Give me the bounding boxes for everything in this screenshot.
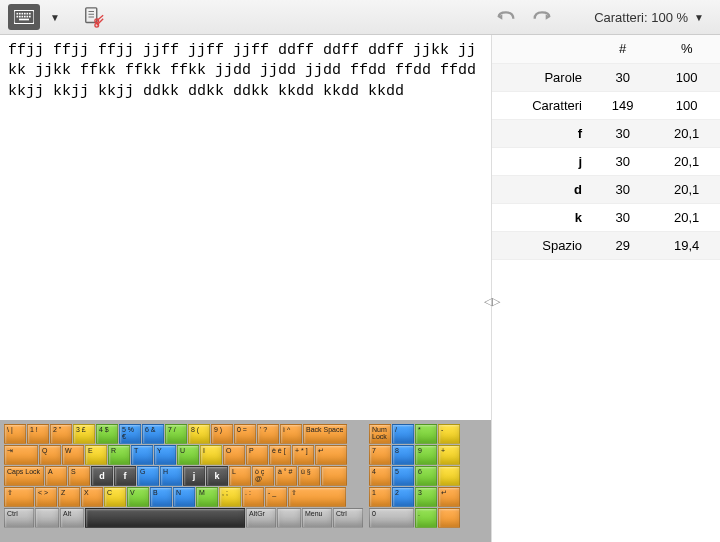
stats-row: Spazio2919,4 xyxy=(492,231,720,259)
svg-rect-4 xyxy=(24,13,26,15)
key: ò ç @ xyxy=(252,466,274,486)
chevron-down-icon: ▼ xyxy=(694,12,704,23)
key: E xyxy=(85,445,107,465)
svg-rect-3 xyxy=(22,13,24,15)
key: ' ? xyxy=(257,424,279,444)
key: 6 xyxy=(415,466,437,486)
svg-rect-12 xyxy=(29,16,31,18)
key: 9 xyxy=(415,445,437,465)
redo-button[interactable] xyxy=(530,7,554,27)
key: à ° # xyxy=(275,466,297,486)
keyboard-button[interactable] xyxy=(8,4,40,30)
key: 1 xyxy=(369,487,391,507)
key: ì ^ xyxy=(280,424,302,444)
key: V xyxy=(127,487,149,507)
key: + xyxy=(438,445,460,465)
key: H xyxy=(160,466,182,486)
key: C xyxy=(104,487,126,507)
key: - _ xyxy=(265,487,287,507)
keyboard-visual: \ |1 !2 "3 £4 $5 % €6 &7 /8 (9 )0 =' ?ì … xyxy=(0,420,491,542)
key: . : xyxy=(242,487,264,507)
key: AltGr xyxy=(246,508,276,528)
key: < > xyxy=(35,487,57,507)
key: O xyxy=(223,445,245,465)
stats-panel: # % Parole30100Caratteri149100f3020,1j30… xyxy=(492,35,720,542)
svg-rect-2 xyxy=(19,13,21,15)
redo-icon xyxy=(531,9,553,25)
svg-rect-13 xyxy=(19,19,29,21)
key: d xyxy=(91,466,113,486)
key: ↵ xyxy=(315,445,347,465)
key: 6 & xyxy=(142,424,164,444)
key xyxy=(438,508,460,528)
cut-button[interactable] xyxy=(80,4,108,30)
key: 2 " xyxy=(50,424,72,444)
key: 1 ! xyxy=(27,424,49,444)
key: 0 = xyxy=(234,424,256,444)
key: Menu xyxy=(302,508,332,528)
toolbar-center xyxy=(494,7,554,27)
keyboard-dropdown[interactable]: ▼ xyxy=(50,12,60,23)
key: T xyxy=(131,445,153,465)
key xyxy=(35,508,59,528)
key: * xyxy=(415,424,437,444)
key: ⇥ xyxy=(4,445,38,465)
key: ⇧ xyxy=(288,487,346,507)
key: ⇧ xyxy=(4,487,34,507)
key: 3 xyxy=(415,487,437,507)
key: W xyxy=(62,445,84,465)
key: Z xyxy=(58,487,80,507)
key: ↵ xyxy=(438,487,460,507)
chars-zoom-selector[interactable]: Caratteri: 100 % ▼ xyxy=(594,10,712,25)
key: U xyxy=(177,445,199,465)
key: Back Space xyxy=(303,424,347,444)
key: L xyxy=(229,466,251,486)
keyboard-icon xyxy=(14,10,34,24)
key: 8 ( xyxy=(188,424,210,444)
key: Caps Lock xyxy=(4,466,44,486)
stats-row: d3020,1 xyxy=(492,175,720,203)
key: Y xyxy=(154,445,176,465)
key: I xyxy=(200,445,222,465)
chars-zoom-label: Caratteri: 100 % xyxy=(594,10,688,25)
key: , ; xyxy=(219,487,241,507)
stats-row: k3020,1 xyxy=(492,203,720,231)
svg-rect-10 xyxy=(24,16,26,18)
key: k xyxy=(206,466,228,486)
key: 7 / xyxy=(165,424,187,444)
key: + * ] xyxy=(292,445,314,465)
svg-rect-6 xyxy=(29,13,31,15)
key: P xyxy=(246,445,268,465)
key: A xyxy=(45,466,67,486)
key: 8 xyxy=(392,445,414,465)
key: / xyxy=(392,424,414,444)
key: 5 % € xyxy=(119,424,141,444)
key xyxy=(321,466,347,486)
key: 0 xyxy=(369,508,414,528)
key: 7 xyxy=(369,445,391,465)
key xyxy=(277,508,301,528)
key: ù § xyxy=(298,466,320,486)
key: 5 xyxy=(392,466,414,486)
practice-text[interactable]: ffjj ffjj ffjj jjff jjff jjff ddff ddff … xyxy=(0,35,491,420)
splitter-handle[interactable]: ◁▷ xyxy=(486,290,498,312)
stats-row: j3020,1 xyxy=(492,147,720,175)
stats-table: # % Parole30100Caratteri149100f3020,1j30… xyxy=(492,35,720,260)
col-count: # xyxy=(592,35,653,63)
key: R xyxy=(108,445,130,465)
key: 4 xyxy=(369,466,391,486)
key: N xyxy=(173,487,195,507)
key: X xyxy=(81,487,103,507)
toolbar-left: ▼ xyxy=(8,4,494,30)
key: è é [ xyxy=(269,445,291,465)
cut-document-icon xyxy=(83,6,105,28)
stats-row: f3020,1 xyxy=(492,119,720,147)
key xyxy=(85,508,245,528)
main-area: ffjj ffjj ffjj jjff jjff jjff ddff ddff … xyxy=(0,35,720,542)
col-percent: % xyxy=(653,35,720,63)
undo-button[interactable] xyxy=(494,7,518,27)
key: Ctrl xyxy=(4,508,34,528)
key: \ | xyxy=(4,424,26,444)
stats-row: Parole30100 xyxy=(492,63,720,91)
key: 3 £ xyxy=(73,424,95,444)
